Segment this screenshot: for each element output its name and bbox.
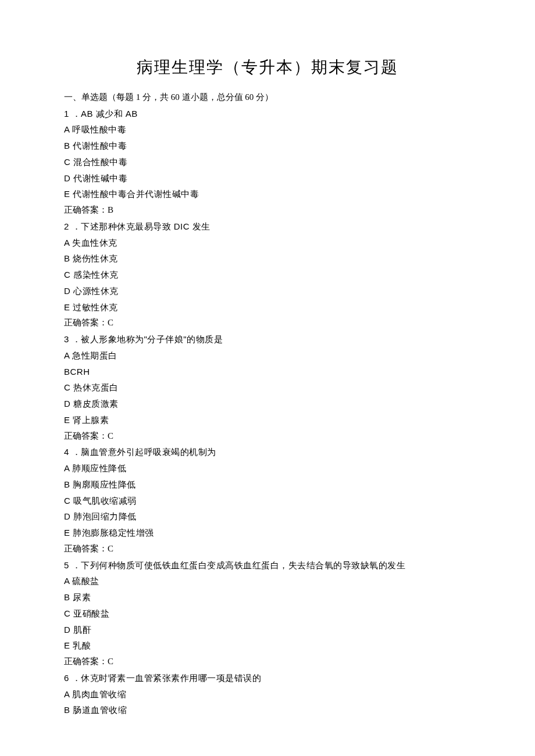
option-label: C <box>64 608 73 618</box>
option-text: 热休克蛋白 <box>73 382 119 392</box>
option-text: 硫酸盐 <box>72 576 99 586</box>
option-label: B <box>64 592 73 602</box>
option-label: E <box>64 302 73 312</box>
option-line: B 代谢性酸中毒 <box>64 138 471 154</box>
section-header: 一、单选题（每题 1 分，共 60 道小题，总分值 60 分） <box>64 89 471 106</box>
option-line: C 感染性休克 <box>64 267 471 283</box>
question-block: 1 ．AB 减少和 ABA 呼吸性酸中毒B 代谢性酸中毒C 混合性酸中毒D 代谢… <box>64 106 471 218</box>
option-text: 失血性休克 <box>72 238 117 248</box>
option-line: E 过敏性休克 <box>64 299 471 316</box>
option-text: 肠道血管收缩 <box>73 705 127 715</box>
answer-value: B <box>108 205 113 214</box>
answer-prefix: 正确答案： <box>64 431 108 440</box>
question-stem-line: 1 ．AB 减少和 AB <box>64 106 471 122</box>
option-line: A 肌肉血管收缩 <box>64 686 471 703</box>
question-block: 4 ．脑血管意外引起呼吸衰竭的机制为A 肺顺应性降低B 胸廓顺应性降低C 吸气肌… <box>64 444 471 557</box>
question-stem-line: 2 ．下述那种休克最易导致 DIC 发生 <box>64 218 471 235</box>
page-title: 病理生理学（专升本）期末复习题 <box>64 52 471 83</box>
option-text: 胸廓顺应性降低 <box>73 479 136 489</box>
option-label: D <box>64 173 73 183</box>
option-text: 肾上腺素 <box>73 415 109 425</box>
option-text: 肺顺应性降低 <box>72 463 126 473</box>
answer-line: 正确答案：B <box>64 202 471 218</box>
question-number: 3 <box>64 334 72 344</box>
question-stem: ．休克时肾素一血管紧张素作用哪一项是错误的 <box>72 673 262 683</box>
option-line: E 肺泡膨胀稳定性增强 <box>64 525 471 541</box>
option-text: 呼吸性酸中毒 <box>72 124 126 134</box>
option-text: 吸气肌收缩减弱 <box>73 496 137 506</box>
option-line: BCRH <box>64 364 471 380</box>
question-number: 1 <box>64 109 72 119</box>
option-line: B 尿素 <box>64 589 471 605</box>
option-line: B 肠道血管收缩 <box>64 702 471 718</box>
option-label: C <box>64 270 73 280</box>
question-stem: ．脑血管意外引起呼吸衰竭的机制为 <box>72 447 216 457</box>
question-block: 2 ．下述那种休克最易导致 DIC 发生A 失血性休克B 烧伤性休克C 感染性休… <box>64 218 471 331</box>
option-text: 混合性酸中毒 <box>73 157 127 167</box>
question-number: 2 <box>64 221 72 231</box>
option-text: 感染性休克 <box>73 270 119 280</box>
option-text: 肺泡膨胀稳定性增强 <box>73 528 154 538</box>
option-text: 烧伤性休克 <box>73 253 118 263</box>
option-line: D 代谢性碱中毒 <box>64 170 471 187</box>
option-text: 代谢性酸中毒 <box>73 141 127 151</box>
question-block: 3 ．被人形象地称为"分子伴娘"的物质是A 急性期蛋白BCRH C 热休克蛋白D… <box>64 331 471 444</box>
option-text: 代谢性酸中毒合并代谢性碱中毒 <box>73 189 199 199</box>
option-label: BCRH <box>64 367 90 377</box>
question-stem: ．下列何种物质可使低铁血红蛋白变成高铁血红蛋白，失去结合氧的导致缺氧的发生 <box>72 560 406 570</box>
option-line: A 硫酸盐 <box>64 573 471 589</box>
option-label: C <box>64 382 73 392</box>
answer-value: C <box>108 657 113 666</box>
option-label: B <box>64 253 73 263</box>
option-line: E 代谢性酸中毒合并代谢性碱中毒 <box>64 186 471 202</box>
question-stem: ．下述那种休克最易导致 DIC 发生 <box>72 221 211 231</box>
option-line: E 肾上腺素 <box>64 412 471 428</box>
option-label: A <box>64 350 72 360</box>
option-label: D <box>64 286 73 296</box>
option-label: D <box>64 399 73 409</box>
answer-prefix: 正确答案： <box>64 318 108 327</box>
option-line: A 急性期蛋白 <box>64 347 471 364</box>
option-line: D 肌酐 <box>64 622 471 638</box>
answer-prefix: 正确答案： <box>64 205 108 214</box>
option-label: A <box>64 689 72 699</box>
option-line: A 呼吸性酸中毒 <box>64 121 471 138</box>
option-line: E 乳酸 <box>64 637 471 654</box>
option-label: D <box>64 625 73 635</box>
answer-prefix: 正确答案： <box>64 657 108 666</box>
option-label: A <box>64 576 72 586</box>
answer-prefix: 正确答案： <box>64 544 108 553</box>
option-label: A <box>64 463 72 473</box>
option-label: C <box>64 157 73 167</box>
question-stem-line: 5 ．下列何种物质可使低铁血红蛋白变成高铁血红蛋白，失去结合氧的导致缺氧的发生 <box>64 557 471 574</box>
option-line: A 肺顺应性降低 <box>64 460 471 476</box>
answer-line: 正确答案：C <box>64 541 471 557</box>
option-text: 肌肉血管收缩 <box>72 689 126 699</box>
option-text: 糖皮质激素 <box>73 399 119 409</box>
answer-line: 正确答案：C <box>64 654 471 670</box>
option-label: E <box>64 415 73 425</box>
option-line: D 心源性休克 <box>64 283 471 299</box>
option-line: C 热休克蛋白 <box>64 379 471 396</box>
question-stem-line: 6 ．休克时肾素一血管紧张素作用哪一项是错误的 <box>64 670 471 686</box>
answer-value: C <box>108 318 113 327</box>
answer-value: C <box>108 544 113 553</box>
question-number: 5 <box>64 560 72 570</box>
option-label: E <box>64 189 73 199</box>
option-line: B 烧伤性休克 <box>64 250 471 267</box>
question-stem-line: 3 ．被人形象地称为"分子伴娘"的物质是 <box>64 331 471 347</box>
question-number: 4 <box>64 447 72 457</box>
option-text: 亚硝酸盐 <box>73 608 109 618</box>
option-label: B <box>64 141 73 151</box>
option-text: 心源性休克 <box>73 286 119 296</box>
question-stem: ．AB 减少和 AB <box>72 109 138 119</box>
option-text: 过敏性休克 <box>73 302 118 312</box>
option-text: 急性期蛋白 <box>72 350 117 360</box>
option-label: B <box>64 479 73 489</box>
option-label: E <box>64 640 73 650</box>
option-label: A <box>64 124 72 134</box>
option-text: 代谢性碱中毒 <box>73 173 127 183</box>
answer-value: C <box>108 431 113 440</box>
option-text: 尿素 <box>73 592 91 602</box>
option-line: C 亚硝酸盐 <box>64 605 471 622</box>
